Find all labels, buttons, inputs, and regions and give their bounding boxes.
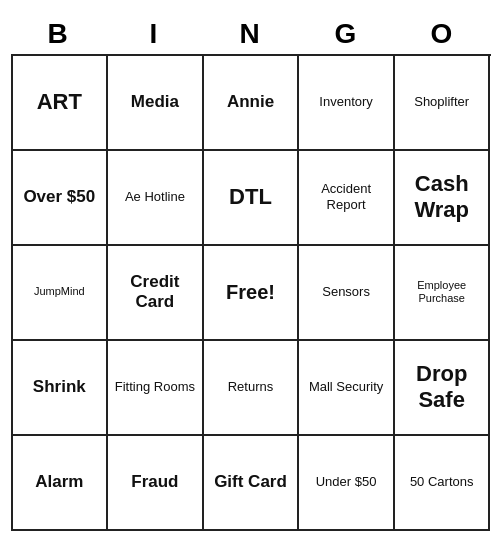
bingo-cell-23: Under $50	[299, 436, 395, 531]
cell-label: Shoplifter	[414, 94, 469, 110]
header-letter: G	[299, 14, 395, 54]
cell-label: Credit Card	[112, 272, 198, 313]
cell-label: Ae Hotline	[125, 189, 185, 205]
cell-label: Media	[131, 92, 179, 112]
cell-label: Gift Card	[214, 472, 287, 492]
bingo-cell-21: Fraud	[108, 436, 204, 531]
cell-label: Returns	[228, 379, 274, 395]
bingo-card: BINGO ARTMediaAnnieInventoryShoplifterOv…	[11, 14, 491, 531]
cell-label: Free!	[226, 280, 275, 304]
cell-label: Inventory	[319, 94, 372, 110]
cell-label: Mall Security	[309, 379, 383, 395]
cell-label: Alarm	[35, 472, 83, 492]
bingo-cell-10: JumpMind	[13, 246, 109, 341]
bingo-cell-8: Accident Report	[299, 151, 395, 246]
cell-label: Employee Purchase	[399, 279, 485, 305]
cell-label: DTL	[229, 184, 272, 210]
cell-label: 50 Cartons	[410, 474, 474, 490]
bingo-cell-3: Inventory	[299, 56, 395, 151]
bingo-grid: ARTMediaAnnieInventoryShoplifterOver $50…	[11, 54, 491, 531]
bingo-cell-5: Over $50	[13, 151, 109, 246]
cell-label: Accident Report	[303, 181, 389, 212]
bingo-cell-18: Mall Security	[299, 341, 395, 436]
bingo-cell-19: Drop Safe	[395, 341, 491, 436]
cell-label: Sensors	[322, 284, 370, 300]
cell-label: Annie	[227, 92, 274, 112]
cell-label: Fitting Rooms	[115, 379, 195, 395]
bingo-cell-1: Media	[108, 56, 204, 151]
bingo-cell-12: Free!	[204, 246, 300, 341]
bingo-cell-9: Cash Wrap	[395, 151, 491, 246]
bingo-cell-17: Returns	[204, 341, 300, 436]
bingo-cell-4: Shoplifter	[395, 56, 491, 151]
header-letter: N	[203, 14, 299, 54]
bingo-cell-7: DTL	[204, 151, 300, 246]
bingo-cell-0: ART	[13, 56, 109, 151]
bingo-cell-15: Shrink	[13, 341, 109, 436]
cell-label: ART	[37, 89, 82, 115]
bingo-cell-14: Employee Purchase	[395, 246, 491, 341]
bingo-cell-6: Ae Hotline	[108, 151, 204, 246]
cell-label: Over $50	[23, 187, 95, 207]
bingo-cell-22: Gift Card	[204, 436, 300, 531]
cell-label: Drop Safe	[399, 361, 485, 414]
bingo-header: BINGO	[11, 14, 491, 54]
cell-label: Cash Wrap	[399, 171, 485, 224]
bingo-cell-11: Credit Card	[108, 246, 204, 341]
bingo-cell-2: Annie	[204, 56, 300, 151]
header-letter: B	[11, 14, 107, 54]
header-letter: I	[107, 14, 203, 54]
header-letter: O	[395, 14, 491, 54]
bingo-cell-24: 50 Cartons	[395, 436, 491, 531]
bingo-cell-16: Fitting Rooms	[108, 341, 204, 436]
cell-label: Fraud	[131, 472, 178, 492]
cell-label: JumpMind	[34, 285, 85, 298]
cell-label: Shrink	[33, 377, 86, 397]
bingo-cell-13: Sensors	[299, 246, 395, 341]
bingo-cell-20: Alarm	[13, 436, 109, 531]
cell-label: Under $50	[316, 474, 377, 490]
